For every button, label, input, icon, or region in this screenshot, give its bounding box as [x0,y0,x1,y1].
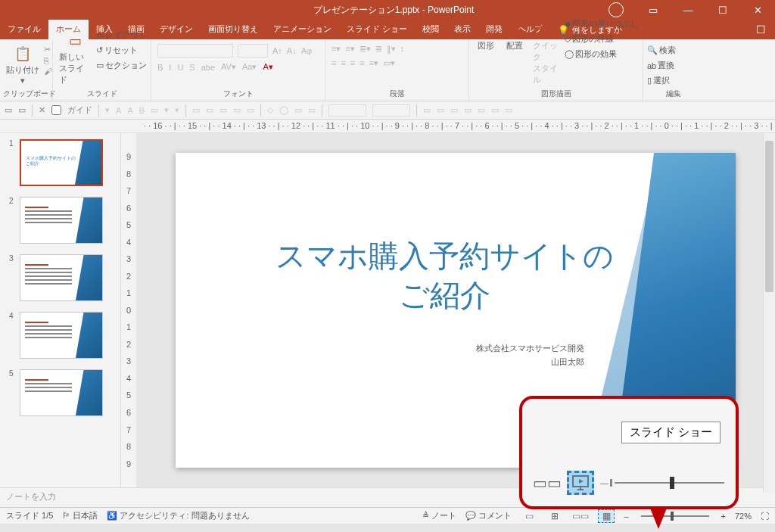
new-slide-button[interactable]: ▭新しい スライド [56,29,94,87]
vertical-ruler: 9876543210123456789 [121,133,136,487]
comments-button[interactable]: 💬 コメント [465,510,512,521]
share-icon[interactable]: ☐ [747,20,775,39]
maximize-icon[interactable]: ☐ [705,0,740,20]
tab-design[interactable]: デザイン [152,20,201,39]
group-paragraph: 段落 [328,89,465,99]
group-drawing: 図形描画 [472,89,640,99]
select-button[interactable]: ▯選択 [646,74,671,87]
minimize-icon[interactable]: — [671,0,705,20]
group-editing: 編集 [646,89,701,99]
zoom-slider-large[interactable] [615,482,724,484]
qat-icon[interactable]: ✕ [39,105,45,115]
normal-view-icon[interactable]: ▭ [521,509,537,523]
close-icon[interactable]: ✕ [740,0,775,20]
fit-window-icon[interactable]: ⛶ [761,512,769,521]
slide-subtitle[interactable]: 株式会社スマホサービス開発 山田太郎 [274,342,584,369]
shape-outline-button[interactable]: ◇図形の枠線 [564,33,640,45]
shape-effects-button[interactable]: ◯図形の効果 [564,48,640,61]
copy-icon[interactable]: ⎘ [44,56,52,65]
thumbnail-3[interactable] [20,254,103,301]
slide-counter[interactable]: スライド 1/5 [6,510,53,521]
ribbon-display-icon[interactable]: ▭ [636,0,671,20]
zoom-level[interactable]: 72% [735,512,752,521]
language-status[interactable]: 🏳 日本語 [62,510,98,521]
quick-styles-button[interactable]: ◯クイック スタイル [530,17,562,87]
zoom-in-icon[interactable]: + [721,512,726,521]
callout-magnifier: スライド ショー ▭▭ — [519,396,739,509]
shapes-button[interactable]: ◇図形 [472,17,500,53]
section-button[interactable]: ▭セクション [95,59,148,72]
guide-checkbox[interactable] [51,105,61,115]
cut-icon[interactable]: ✂ [44,45,52,54]
group-font: フォント [154,89,322,99]
reading-view-icon[interactable]: ▭▭ [572,509,589,523]
group-slides: スライド [56,89,148,99]
group-clipboard: クリップボード [3,89,49,99]
arrange-button[interactable]: ▦配置 [501,17,528,53]
tab-slideshow[interactable]: スライド ショー [339,20,415,39]
slideshow-view-icon[interactable]: ▦ [598,509,615,523]
layout-button[interactable]: ▭レイアウト [95,29,148,42]
paste-button[interactable]: 📋貼り付け▾ [3,42,42,87]
tab-file[interactable]: ファイル [0,20,48,39]
reset-button[interactable]: ↺リセット [95,44,148,57]
ribbon: 📋貼り付け▾ ✂ ⎘ 🖌 クリップボード ▭新しい スライド ▭レイアウト ↺リ… [0,39,775,101]
tab-review[interactable]: 校閲 [415,20,447,39]
replace-button[interactable]: ab置換 [646,59,675,72]
thumbnail-panel: 1 スマホ購入予約サイトの ご紹介 2 3 4 5 [0,133,121,487]
vertical-scrollbar[interactable] [763,133,775,493]
thumbnail-5[interactable] [20,369,103,416]
title-bar: プレゼンテーション1.pptx - PowerPoint ▭ — ☐ ✕ [0,0,775,20]
find-button[interactable]: 🔍検索 [646,44,677,57]
sorter-view-icon[interactable]: ⊞ [546,509,563,523]
qat-icon[interactable]: ▭ [18,105,26,115]
format-painter-icon[interactable]: 🖌 [44,67,52,76]
slide-title[interactable]: スマホ購入予約サイトの ご紹介 [274,236,615,315]
quick-access-toolbar: ▭ ▭ ✕ ガイド ▾AAB▭▾▾ ▭▭▭▭▭ ◇◯▭▭ ▭▭▭▭▭▭▭ [0,101,775,120]
qat-icon[interactable]: ▭ [5,105,12,115]
shape-fill-button[interactable]: ◆図形の塗りつぶし [564,17,640,30]
slideshow-view-icon[interactable] [567,471,594,495]
thumbnail-1[interactable]: スマホ購入予約サイトの ご紹介 [20,139,103,186]
thumbnail-2[interactable] [20,197,103,244]
guide-label: ガイド [67,104,92,116]
accessibility-status[interactable]: ♿ アクセシビリティ: 問題ありません [107,510,249,521]
zoom-out-icon[interactable]: – [624,512,628,521]
tooltip: スライド ショー [621,422,721,443]
tab-animations[interactable]: アニメーション [266,20,339,39]
notes-button[interactable]: ≜ ノート [422,510,456,521]
horizontal-ruler: · · 16 · · | · · 15 · · | · · 14 · · | ·… [0,120,775,133]
thumbnail-4[interactable] [20,312,103,359]
reading-view-icon[interactable]: ▭▭ [534,471,561,495]
tab-transitions[interactable]: 画面切り替え [201,20,266,39]
